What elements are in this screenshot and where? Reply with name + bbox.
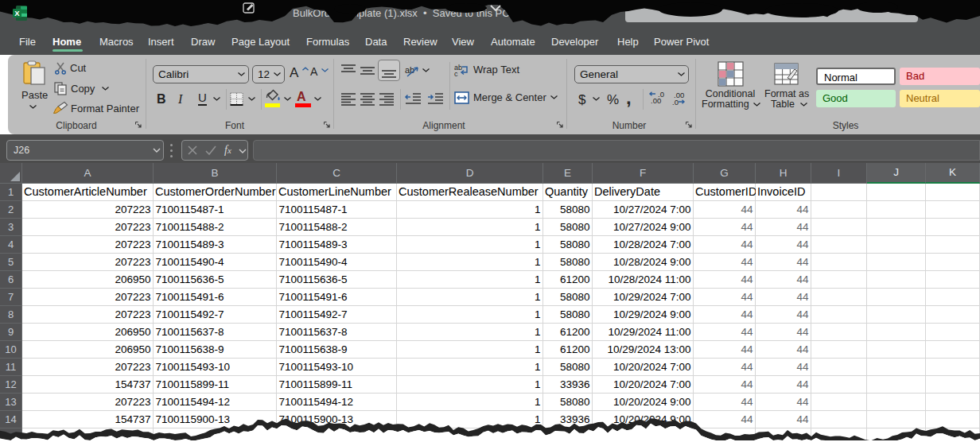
svg-text:X: X: [14, 9, 20, 17]
